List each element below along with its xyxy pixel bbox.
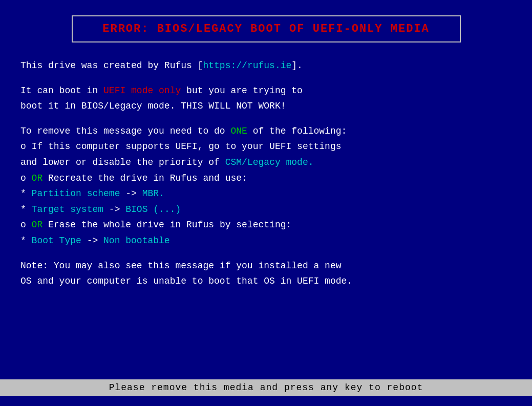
text-mode-only: mode only [131,86,181,96]
text-recreate: Recreate the drive in Rufus and use: [42,173,247,183]
text-remove-msg: To remove this message you need to do [20,126,230,136]
text-ts-prefix: * [20,204,32,215]
text-note1: Note: You may also see this message if y… [20,261,342,271]
text-or2-prefix: o [20,220,32,230]
text-uefi: UEFI [103,86,125,96]
text-uefi-supports: o If this computer supports UEFI, go to … [20,141,342,152]
text-canboot: It can boot in [20,86,103,96]
paragraph-note: Note: You may also see this message if y… [20,258,512,289]
text-lower-priority: and lower or disable the priority of [20,157,225,167]
text-one: ONE [230,126,247,136]
text-or1: OR [32,173,43,183]
text-bt-prefix: * [20,236,32,246]
bottom-bar-text: Please remove this media and press any k… [109,382,423,393]
bottom-bar: Please remove this media and press any k… [0,379,532,396]
text-rufus-start: This drive was created by Rufus [ [20,60,203,71]
text-bios: BIOS (...) [125,204,181,215]
rufus-link[interactable]: https://rufus.ie [203,60,291,71]
text-trying: but you are trying to [181,86,303,96]
error-box: ERROR: BIOS/LEGACY BOOT OF UEFI-ONLY MED… [72,15,461,42]
text-csm: CSM/Legacy mode. [225,157,314,167]
text-target-system: Target system [32,204,103,215]
text-space [125,86,131,96]
paragraph-uefi-mode: It can boot in UEFI mode only but you ar… [20,83,512,114]
text-arrow3: -> [81,236,103,246]
text-rufus-end: ]. [291,60,303,71]
text-or2: OR [32,220,43,230]
text-non-bootable: Non bootable [103,236,170,246]
text-arrow2: -> [103,204,125,215]
text-partition-scheme: Partition scheme [32,188,120,199]
text-note2: OS and your computer is unable to boot t… [20,276,352,286]
text-nowork: boot it in BIOS/Legacy mode. THIS WILL N… [20,101,286,111]
text-arrow1: -> [120,188,142,199]
text-following: of the following: [247,126,347,136]
error-title: ERROR: BIOS/LEGACY BOOT OF UEFI-ONLY MED… [102,23,430,35]
paragraph-rufus: This drive was created by Rufus [https:/… [20,58,512,74]
paragraph-instructions: To remove this message you need to do ON… [20,123,512,249]
text-or1-prefix: o [20,173,32,183]
text-boot-type: Boot Type [32,236,81,246]
main-content: This drive was created by Rufus [https:/… [20,58,512,298]
text-mbr: MBR. [142,188,164,199]
text-erase: Erase the whole drive in Rufus by select… [42,220,291,230]
text-ps-prefix: * [20,188,32,199]
